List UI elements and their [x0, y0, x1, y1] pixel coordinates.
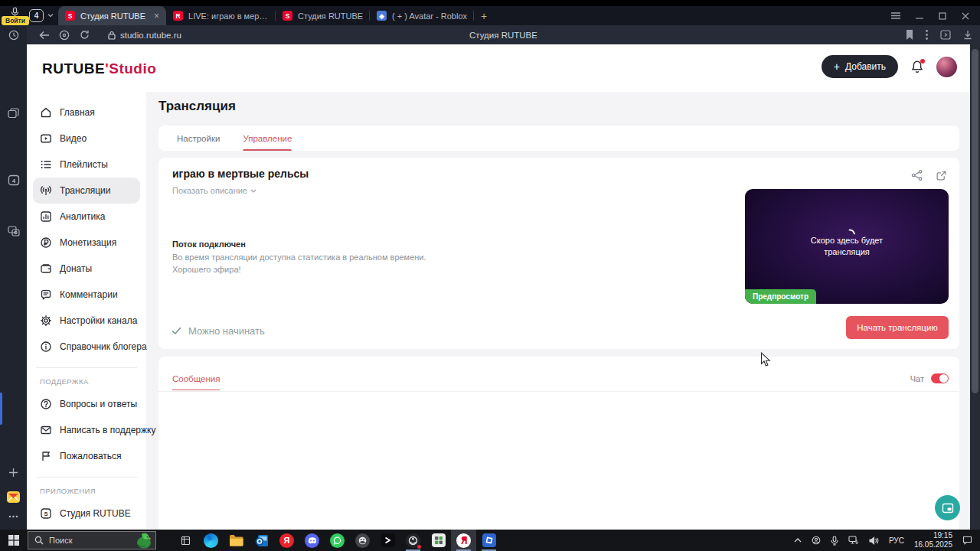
notifications-bell-icon[interactable]	[910, 60, 924, 74]
edge-icon[interactable]	[198, 530, 224, 551]
browser-tab-studio-2[interactable]: S Студия RUTUBE	[276, 6, 370, 25]
sidebar-item-analytics[interactable]: Аналитика	[33, 204, 140, 230]
sidebar-item-write-support[interactable]: Написать в поддержку	[33, 417, 140, 443]
roblox-studio-icon[interactable]	[476, 530, 501, 551]
maximize-icon[interactable]	[939, 12, 946, 20]
chevron-down-icon[interactable]	[47, 13, 54, 18]
store-app-icon[interactable]	[426, 530, 451, 551]
browser-menu-icon[interactable]	[891, 12, 900, 19]
notification-dot	[920, 59, 925, 64]
signin-badge[interactable]: Войти	[2, 16, 29, 25]
tab-groups-icon[interactable]	[0, 108, 27, 119]
browser-tab-live[interactable]: R LIVE: играю в мертвые ре	[166, 6, 276, 25]
outlook-icon[interactable]	[249, 530, 274, 551]
sidebar-item-home[interactable]: Главная	[33, 99, 140, 126]
strip-more-icon[interactable]	[0, 515, 27, 518]
page-scrollbar[interactable]	[970, 44, 980, 530]
tab-messages[interactable]: Сообщения	[172, 374, 220, 390]
analytics-icon	[40, 210, 52, 223]
address-bar-actions	[906, 30, 972, 40]
network-icon[interactable]	[848, 536, 859, 545]
stream-card: играю в мертвые рельсы Показать описание…	[158, 158, 959, 349]
scrollbar-thumb[interactable]	[972, 49, 978, 393]
start-button[interactable]	[0, 530, 28, 551]
browser-window: Войти 4 S Студия RUTUBE × R LIVE: играю …	[0, 6, 980, 530]
search-highlight-parrot-image	[131, 532, 154, 549]
start-broadcast-button[interactable]: Начать трансляцию	[846, 316, 949, 339]
sidebar-item-faq[interactable]: Вопросы и ответы	[33, 391, 140, 417]
add-button[interactable]: + Добавить	[822, 55, 898, 78]
tray-chevron-icon[interactable]	[794, 538, 802, 543]
protect-icon[interactable]	[54, 30, 74, 41]
picture-in-picture-icon	[942, 503, 954, 514]
chat-toggle[interactable]	[931, 373, 949, 383]
history-clock-icon[interactable]	[0, 30, 27, 41]
preview-badge: Предпросмотр	[745, 289, 816, 304]
open-external-icon[interactable]	[936, 169, 947, 181]
stream-status: Поток подключен Во время трансляции дост…	[172, 240, 426, 275]
browser-tab-roblox[interactable]: ◆ ( + ) Avatar - Roblox	[370, 6, 474, 25]
back-icon[interactable]	[34, 31, 54, 40]
language-indicator[interactable]: РУС	[889, 536, 904, 545]
whatsapp-icon[interactable]	[325, 530, 350, 551]
browser-tab-active[interactable]: S Студия RUTUBE ×	[58, 6, 166, 25]
discord-icon[interactable]	[299, 530, 325, 551]
sidebar-item-blogger-guide[interactable]: Справочник блогера	[33, 334, 140, 360]
clock-time: 19:15	[914, 531, 952, 540]
add-panel-icon[interactable]	[0, 468, 27, 478]
page-title: Трансляция	[158, 99, 959, 114]
yandex-icon[interactable]: Я	[274, 530, 299, 551]
sidebar-item-studio-app[interactable]: S Студия RUTUBE	[33, 500, 140, 527]
sidebar-item-report[interactable]: Пожаловаться	[33, 443, 140, 469]
video-icon	[40, 132, 52, 145]
avatar[interactable]	[936, 57, 957, 77]
sidebar-item-playlists[interactable]: Плейлисты	[33, 152, 140, 178]
clock-date: 16.05.2025	[914, 540, 952, 549]
reload-icon[interactable]	[74, 30, 94, 40]
screenshot-icon[interactable]	[0, 226, 27, 236]
sidebar-item-channel-settings[interactable]: Настройки канала	[33, 308, 140, 334]
show-description-link[interactable]: Показать описание	[172, 186, 256, 195]
sidebar-divider	[36, 477, 137, 478]
tab-management[interactable]: Управление	[243, 126, 292, 151]
yandex-browser-icon[interactable]	[451, 530, 476, 551]
share-icon[interactable]	[911, 169, 923, 181]
tab-counter-button[interactable]: 4	[29, 9, 44, 22]
tab-settings[interactable]: Настройки	[177, 126, 220, 151]
microphone-tray-icon[interactable]	[831, 536, 838, 546]
sidebar-section-apps: ПРИЛОЖЕНИЯ	[40, 487, 140, 495]
file-explorer-icon[interactable]	[224, 530, 249, 551]
obs-icon[interactable]	[400, 530, 426, 551]
sidebar-panel-icon[interactable]	[940, 30, 951, 40]
strip-active-indicator	[0, 393, 2, 425]
more-menu-icon[interactable]	[926, 30, 928, 40]
sidebar-item-broadcasts[interactable]: Трансляции	[33, 178, 140, 204]
bookmark-icon[interactable]	[906, 30, 913, 40]
sidebar-item-video[interactable]: Видео	[33, 126, 140, 152]
media-play-app-icon[interactable]	[375, 530, 400, 551]
rutube-studio-logo[interactable]: RUTUBE'Studio	[42, 60, 156, 77]
minimize-icon[interactable]	[916, 12, 923, 20]
windows-taskbar: Поиск Я РУС	[0, 530, 980, 551]
stream-preview-player[interactable]: Скоро здесь будет трансляция Предпросмот…	[745, 189, 949, 304]
mini-player-button[interactable]	[935, 495, 960, 520]
speaker-icon[interactable]	[869, 536, 879, 545]
flag-icon	[40, 450, 52, 462]
app-round-icon[interactable]	[350, 530, 375, 551]
roblox-favicon: ◆	[377, 11, 387, 21]
download-icon[interactable]	[963, 30, 972, 40]
new-tab-button[interactable]: +	[474, 6, 494, 25]
sidebar-item-comments[interactable]: Комментарии	[33, 282, 140, 308]
close-icon[interactable]	[962, 12, 969, 20]
taskbar-search-box[interactable]: Поиск	[28, 531, 156, 549]
sidebar-item-monetization[interactable]: Монетизация	[33, 230, 140, 256]
action-center-icon[interactable]	[962, 536, 972, 545]
task-view-button[interactable]	[173, 530, 198, 551]
tab-panel-counter-icon[interactable]: 4	[0, 174, 27, 186]
sidebar-item-donations[interactable]: Донаты	[33, 256, 140, 282]
yandex-mail-icon[interactable]	[0, 491, 27, 504]
url-field[interactable]: studio.rutube.ru	[108, 31, 181, 40]
taskbar-clock[interactable]: 19:15 16.05.2025	[914, 531, 952, 549]
tray-app-icon[interactable]	[812, 536, 821, 545]
tab-close-icon[interactable]: ×	[154, 11, 159, 21]
